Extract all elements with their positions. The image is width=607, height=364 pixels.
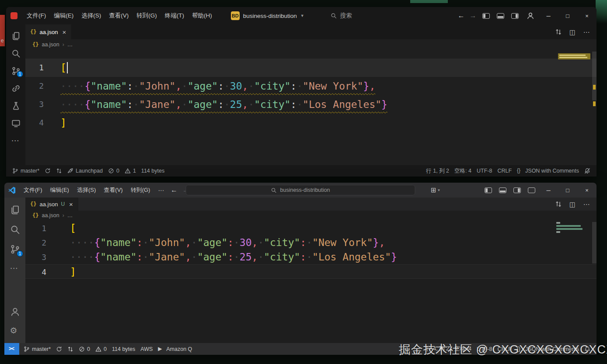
code-line-4[interactable]: 4] <box>25 264 597 279</box>
code-line-1[interactable]: 1[ <box>25 59 597 77</box>
code-line-1[interactable]: 1[ <box>25 221 597 236</box>
more-menus-icon[interactable]: ··· <box>154 187 168 194</box>
code-line-3[interactable]: 3····{"name":·"Jane",·"age":·25,·"city":… <box>25 250 597 264</box>
open-changes-icon[interactable] <box>553 24 564 39</box>
status-remote[interactable]: >< <box>4 343 19 355</box>
status-errors[interactable]: 0 <box>76 343 93 355</box>
menu-转到(G)[interactable]: 转到(G) <box>127 184 154 196</box>
status-warnings[interactable]: 1 <box>122 165 139 177</box>
menu-查看(V)[interactable]: 查看(V) <box>105 10 133 21</box>
code-line-2[interactable]: 2····{"name":·"John",·"age":·30,·"city":… <box>25 236 597 250</box>
activity-more-views[interactable]: ⋯ <box>4 259 25 279</box>
status-sync[interactable] <box>53 343 65 355</box>
status-errors[interactable]: 0 <box>105 165 122 177</box>
chevron-down-icon: ▼ <box>437 188 441 192</box>
code-line-3[interactable]: 3····{"name":·"Jane",·"age":·25,·"city":… <box>25 95 597 114</box>
activity-search[interactable] <box>4 220 25 239</box>
activity-source-control[interactable]: 1 <box>4 239 25 259</box>
activity-search[interactable] <box>6 45 25 62</box>
toggle-panel-icon[interactable] <box>497 13 504 19</box>
close-button[interactable]: × <box>577 7 597 24</box>
activity-testing[interactable] <box>6 97 25 114</box>
status-compare-changes[interactable] <box>53 165 65 177</box>
toggle-sidebar-icon[interactable] <box>485 187 492 193</box>
menu-文件(F)[interactable]: 文件(F) <box>23 10 50 21</box>
status-file-size[interactable]: 114 bytes <box>139 165 167 177</box>
minimap[interactable] <box>556 222 584 233</box>
workspace-switcher[interactable]: BD business-distribution ▼ <box>231 11 304 20</box>
status-branch[interactable]: master* <box>21 343 53 355</box>
activity-explorer[interactable] <box>4 200 25 220</box>
close-button[interactable]: × <box>577 183 597 198</box>
status-encoding[interactable]: UTF-8 <box>474 165 495 177</box>
activity-more-views[interactable]: ⋯ <box>6 132 25 149</box>
status-launchpad[interactable]: Launchpad <box>65 165 105 177</box>
menu-选择(S)[interactable]: 选择(S) <box>77 10 105 21</box>
more-actions-icon[interactable]: ⋯ <box>581 198 592 211</box>
status-file-size[interactable]: 114 bytes <box>109 343 138 355</box>
minimap[interactable] <box>558 53 590 59</box>
maximize-button[interactable]: □ <box>558 7 577 24</box>
menu-帮助(H)[interactable]: 帮助(H) <box>188 10 216 21</box>
status-language-mode[interactable]: {}JSON with Comments <box>514 165 582 177</box>
activity-remote-explorer[interactable] <box>6 114 25 132</box>
breadcrumb-file[interactable]: aa.json <box>42 42 59 48</box>
back-icon[interactable]: ← <box>168 186 180 194</box>
code-line-2[interactable]: 2····{"name":·"John",·"age":·30,·"city":… <box>25 77 597 95</box>
scrollbar[interactable] <box>592 50 597 165</box>
tab-close-icon[interactable]: × <box>69 201 73 208</box>
activity-references[interactable] <box>6 80 25 97</box>
activity-explorer[interactable] <box>6 27 25 45</box>
breadcrumb-symbol[interactable]: … <box>67 212 73 218</box>
grid-dropdown-button[interactable]: ⊞▼ <box>431 186 441 194</box>
status-amazon-q[interactable]: ▶Amazon Q <box>155 343 195 355</box>
tab-aa-json[interactable]: {} aa.json × <box>25 24 71 39</box>
menu-查看(V)[interactable]: 查看(V) <box>100 184 126 196</box>
source_control-icon <box>12 168 18 174</box>
open-changes-icon[interactable] <box>553 198 564 211</box>
status-indentation[interactable]: 空格: 4 <box>452 165 474 177</box>
tab-aa-json[interactable]: {} aa.json U × <box>25 198 78 211</box>
forward-icon[interactable]: → <box>467 12 479 20</box>
status-compare-changes[interactable] <box>65 343 76 355</box>
scrollbar[interactable] <box>592 220 597 343</box>
breadcrumb: {} aa.json › … <box>25 39 597 50</box>
more-actions-icon[interactable]: ⋯ <box>581 24 592 39</box>
minimize-button[interactable]: ─ <box>539 183 558 198</box>
back-icon[interactable]: ← <box>455 12 467 20</box>
toggle-panel-icon[interactable] <box>499 187 506 193</box>
menu-选择(S)[interactable]: 选择(S) <box>73 184 100 196</box>
status-notifications[interactable] <box>582 165 593 177</box>
status-warnings[interactable]: 0 <box>93 343 109 355</box>
menu-编辑(E)[interactable]: 编辑(E) <box>50 10 77 21</box>
toggle-sidebar-icon[interactable] <box>482 13 490 19</box>
code-line-4[interactable]: 4] <box>25 114 597 132</box>
code-editor[interactable]: 1[2····{"name":·"John",·"age":·30,·"city… <box>25 50 597 165</box>
menu-终端(T)[interactable]: 终端(T) <box>161 10 188 21</box>
search-button[interactable]: 搜索 <box>331 12 352 20</box>
split-editor-icon[interactable]: ◫ <box>567 198 578 211</box>
tab-close-icon[interactable]: × <box>62 28 66 36</box>
menu-编辑(E)[interactable]: 编辑(E) <box>46 184 73 196</box>
maximize-button[interactable]: □ <box>558 183 577 198</box>
status-branch[interactable]: master* <box>10 165 42 177</box>
toggle-secondary-sidebar-icon[interactable] <box>513 187 521 193</box>
status-eol[interactable]: CRLF <box>495 165 514 177</box>
global-search-box[interactable]: business-distribution <box>186 185 415 195</box>
activity-settings[interactable]: ⚙ <box>4 322 25 341</box>
toggle-secondary-sidebar-icon[interactable] <box>511 13 519 19</box>
account-icon[interactable] <box>527 12 534 20</box>
status-aws[interactable]: AWS <box>138 343 155 355</box>
status-sync[interactable] <box>42 165 53 177</box>
breadcrumb-symbol[interactable]: … <box>67 42 73 48</box>
status-cursor-position[interactable]: 行 1, 列 2 <box>423 165 452 177</box>
customize-layout-icon[interactable] <box>528 187 535 193</box>
menu-文件(F)[interactable]: 文件(F) <box>20 184 46 196</box>
minimize-button[interactable]: ─ <box>539 7 558 24</box>
breadcrumb-file[interactable]: aa.json <box>42 212 59 218</box>
menu-转到(G)[interactable]: 转到(G) <box>133 10 161 21</box>
code-editor[interactable]: 1[2····{"name":·"John",·"age":·30,·"city… <box>25 220 597 343</box>
activity-accounts[interactable] <box>4 302 25 322</box>
split-editor-icon[interactable]: ◫ <box>567 24 578 39</box>
activity-source-control[interactable]: 1 <box>6 62 25 80</box>
